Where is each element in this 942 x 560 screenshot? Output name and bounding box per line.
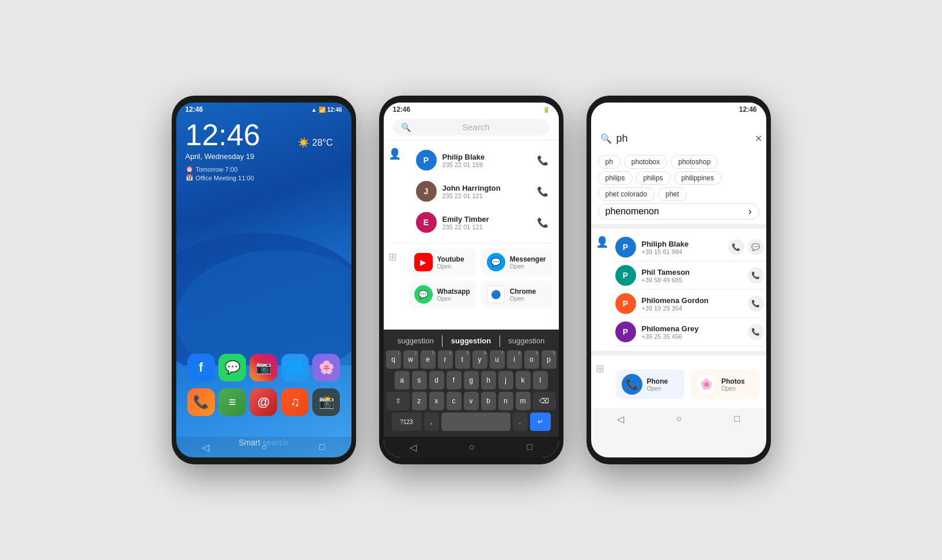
- key-p[interactable]: 0p: [542, 350, 557, 369]
- back-button-2[interactable]: ◁: [410, 442, 417, 453]
- phenomenon-chip[interactable]: phenomenon ›: [598, 203, 759, 220]
- home-nav: ◁ ○ □: [176, 437, 351, 457]
- chip-philips1[interactable]: philips: [598, 171, 633, 185]
- suggestion-2[interactable]: suggestion: [445, 335, 497, 347]
- suggestion-3[interactable]: suggestion: [502, 335, 550, 347]
- battery-icon: 12:46: [327, 107, 342, 113]
- search-input-row[interactable]: 🔍 Search: [393, 119, 550, 135]
- instagram-app-icon[interactable]: 📷: [249, 354, 277, 381]
- key-m[interactable]: m: [516, 392, 531, 410]
- contact-item[interactable]: J John Harrington 235 22 01 121 📞: [413, 176, 552, 206]
- key-o[interactable]: 9o: [524, 350, 539, 369]
- notes-app-icon[interactable]: ≡: [218, 388, 246, 416]
- office-icon: 📅: [186, 174, 194, 181]
- chip-phet[interactable]: phet: [658, 187, 686, 201]
- key-w[interactable]: 2w: [403, 350, 418, 369]
- key-l[interactable]: l: [533, 371, 548, 389]
- key-enter[interactable]: ↵: [530, 413, 551, 431]
- search3-input[interactable]: [616, 133, 750, 145]
- whatsapp-app-icon[interactable]: 💬: [218, 354, 246, 381]
- suggestion-1[interactable]: suggestion: [392, 335, 440, 347]
- contact-name: Emily Timber: [442, 215, 537, 224]
- key-s[interactable]: s: [412, 371, 427, 389]
- contact3-item[interactable]: P Philomena Grey +39 25 35 456 📞: [613, 318, 766, 346]
- phone-app-result[interactable]: 📞 Phone Open: [616, 369, 685, 399]
- wave-decoration: [176, 215, 351, 365]
- app-name: Whatsapp: [437, 287, 470, 296]
- back-button-3[interactable]: ◁: [617, 414, 624, 425]
- key-n[interactable]: n: [498, 392, 513, 410]
- call-icon[interactable]: 📞: [537, 186, 548, 197]
- key-x[interactable]: x: [429, 392, 444, 410]
- chip-philips2[interactable]: philips: [636, 171, 671, 185]
- key-j[interactable]: j: [498, 371, 513, 389]
- chip-philippines[interactable]: philippines: [674, 171, 722, 185]
- search-placeholder[interactable]: Search: [411, 122, 542, 132]
- key-shift[interactable]: ⇧: [387, 392, 410, 410]
- message-button[interactable]: 💬: [748, 239, 764, 255]
- recents-button-3[interactable]: □: [734, 414, 740, 424]
- contact3-item[interactable]: P Philiph Blake +39 15 61 984 📞 💬: [613, 233, 766, 262]
- photos-app-result[interactable]: 🌸 Photos Open: [690, 369, 759, 399]
- key-c[interactable]: c: [447, 392, 461, 410]
- whatsapp-result[interactable]: 💬 Whatsapp Open: [408, 281, 476, 308]
- key-v[interactable]: v: [464, 392, 479, 410]
- contact-item[interactable]: E Emily Timber 235 22 01 121 📞: [413, 207, 552, 237]
- call-icon[interactable]: 📞: [537, 217, 548, 228]
- recents-button-2[interactable]: □: [527, 442, 532, 452]
- key-u[interactable]: 7u: [490, 350, 505, 369]
- messenger-result[interactable]: 💬 Messenger Open: [481, 248, 552, 276]
- call-icon[interactable]: 📞: [537, 155, 548, 166]
- app-result-info: Whatsapp Open: [437, 287, 470, 302]
- home-button-3[interactable]: ○: [676, 414, 682, 424]
- facebook-app-icon[interactable]: f: [187, 354, 215, 381]
- key-e[interactable]: 3e: [421, 350, 436, 369]
- key-i[interactable]: 8i: [507, 350, 522, 369]
- key-period[interactable]: .: [513, 413, 528, 431]
- chip-photoshop[interactable]: photoshop: [671, 155, 718, 169]
- call-button[interactable]: 📞: [728, 239, 744, 255]
- camera-app-icon[interactable]: 📸: [312, 388, 340, 416]
- keyboard-row-4: ?123 , . ↵: [386, 413, 557, 431]
- key-space[interactable]: [441, 413, 510, 431]
- contact3-item[interactable]: P Phil Tameson +39 58 49 685 📞: [613, 262, 766, 290]
- key-comma[interactable]: ,: [424, 413, 439, 431]
- meditation-app-icon[interactable]: 🌸: [312, 354, 340, 381]
- key-g[interactable]: g: [464, 371, 479, 389]
- chrome-result[interactable]: 🔵 Chrome Open: [481, 281, 552, 308]
- key-z[interactable]: z: [412, 392, 427, 410]
- contact-info: Philip Blake 235 22 01 159: [442, 153, 537, 168]
- home-button-2[interactable]: ○: [469, 442, 475, 452]
- call-button[interactable]: 📞: [748, 324, 764, 340]
- key-t[interactable]: 5t: [455, 350, 470, 369]
- youtube-result[interactable]: ▶ Youtube Open: [408, 248, 476, 276]
- key-f[interactable]: f: [447, 371, 461, 389]
- key-b[interactable]: b: [481, 392, 496, 410]
- call-button[interactable]: 📞: [748, 296, 764, 312]
- key-backspace[interactable]: ⌫: [533, 392, 556, 410]
- phenomenon-label: phenomenon: [606, 206, 659, 217]
- phone-app-icon: 📞: [622, 374, 642, 395]
- search-clear-button[interactable]: ✕: [755, 133, 762, 144]
- recents-button[interactable]: □: [319, 442, 325, 452]
- phone-app-icon[interactable]: 📞: [187, 388, 215, 416]
- back-button[interactable]: ◁: [202, 442, 209, 453]
- contact-item[interactable]: P Philip Blake 235 22 01 159 📞: [413, 145, 552, 175]
- key-num[interactable]: ?123: [392, 413, 422, 431]
- key-r[interactable]: 4r: [438, 350, 453, 369]
- chip-phet-colorado[interactable]: phet colorado: [598, 187, 655, 201]
- contact3-item[interactable]: P Philomena Gordon +39 19 29 354 📞: [613, 290, 766, 318]
- key-h[interactable]: h: [481, 371, 496, 389]
- music-app-icon[interactable]: ♫: [281, 388, 309, 416]
- home-button[interactable]: ○: [262, 442, 267, 452]
- key-d[interactable]: d: [429, 371, 444, 389]
- call-button[interactable]: 📞: [748, 267, 764, 283]
- chip-ph[interactable]: ph: [598, 155, 621, 169]
- key-a[interactable]: a: [395, 371, 410, 389]
- email-app-icon[interactable]: @: [249, 388, 277, 416]
- browser-app-icon[interactable]: 🌐: [281, 354, 309, 381]
- key-q[interactable]: 1q: [386, 350, 401, 369]
- key-k[interactable]: k: [516, 371, 531, 389]
- chip-photobox[interactable]: photobox: [624, 155, 667, 169]
- key-y[interactable]: 6y: [472, 350, 487, 369]
